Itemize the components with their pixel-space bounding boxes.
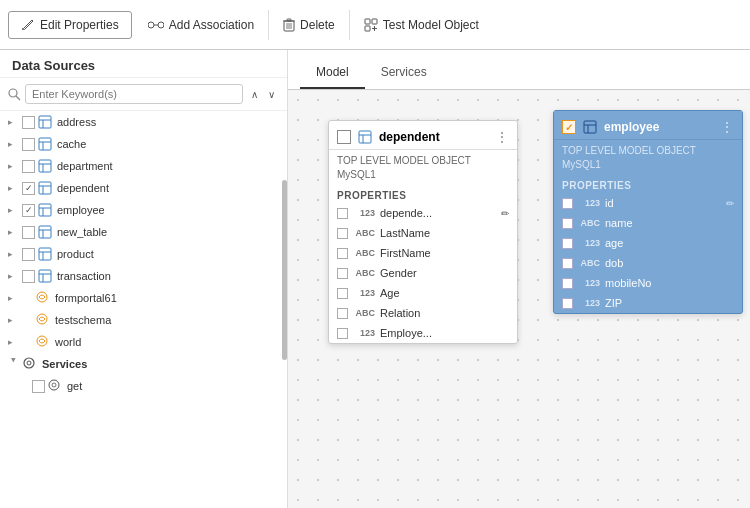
- add-association-label: Add Association: [169, 18, 254, 32]
- tree-arrow-cache[interactable]: ▸: [8, 139, 20, 149]
- prop-checkbox[interactable]: [562, 278, 573, 289]
- edit-properties-label: Edit Properties: [40, 18, 119, 32]
- service-icon-world: [35, 334, 51, 350]
- card-checkbox-employee[interactable]: [562, 120, 576, 134]
- svg-rect-34: [39, 248, 51, 260]
- tree-item-address[interactable]: ▸ address: [0, 111, 287, 133]
- tree-checkbox-get[interactable]: [32, 380, 45, 393]
- tree-item-get[interactable]: get: [0, 375, 287, 397]
- canvas: dependent ⋮ TOP LEVEL MODEL OBJECT MySQL…: [288, 90, 750, 508]
- card-menu-dependent[interactable]: ⋮: [495, 129, 509, 145]
- tree-arrow-employee[interactable]: ▸: [8, 205, 20, 215]
- tree-arrow-address[interactable]: ▸: [8, 117, 20, 127]
- search-up-button[interactable]: ∧: [247, 87, 262, 102]
- tree-checkbox-dependent[interactable]: ✓: [22, 182, 35, 195]
- tree-arrow-department[interactable]: ▸: [8, 161, 20, 171]
- prop-row: 123 age: [554, 233, 742, 253]
- prop-checkbox[interactable]: [337, 248, 348, 259]
- edit-properties-button[interactable]: Edit Properties: [8, 11, 132, 39]
- table-icon-employee: [37, 202, 53, 218]
- svg-rect-5: [287, 19, 291, 21]
- tree-arrow-dependent[interactable]: ▸: [8, 183, 20, 193]
- svg-rect-25: [39, 182, 51, 194]
- prop-checkbox[interactable]: [337, 268, 348, 279]
- model-card-employee: employee ⋮ TOP LEVEL MODEL OBJECT MySQL1…: [553, 110, 743, 314]
- tree-checkbox-employee[interactable]: ✓: [22, 204, 35, 217]
- prop-checkbox[interactable]: [562, 198, 573, 209]
- prop-checkbox[interactable]: [337, 228, 348, 239]
- search-down-button[interactable]: ∨: [264, 87, 279, 102]
- association-icon: [148, 18, 164, 32]
- tree-label-cache: cache: [57, 138, 86, 150]
- svg-rect-31: [39, 226, 51, 238]
- tree-item-transaction[interactable]: ▸ transaction: [0, 265, 287, 287]
- tree-checkbox-cache[interactable]: [22, 138, 35, 151]
- tree-checkbox-transaction[interactable]: [22, 270, 35, 283]
- delete-label: Delete: [300, 18, 335, 32]
- tree-checkbox-department[interactable]: [22, 160, 35, 173]
- tree-arrow-formportal61[interactable]: ▸: [8, 293, 20, 303]
- tree-checkbox-new-table[interactable]: [22, 226, 35, 239]
- card-checkbox-dependent[interactable]: [337, 130, 351, 144]
- prop-checkbox[interactable]: [562, 298, 573, 309]
- prop-checkbox[interactable]: [337, 208, 348, 219]
- tree-arrow-testschema[interactable]: ▸: [8, 315, 20, 325]
- prop-row: 123 Age: [329, 283, 517, 303]
- search-bar: ∧ ∨: [0, 78, 287, 111]
- svg-rect-47: [359, 131, 371, 143]
- prop-row: 123 id ✏: [554, 193, 742, 213]
- pencil-icon: [21, 18, 35, 32]
- tree-label-testschema: testschema: [55, 314, 111, 326]
- svg-rect-16: [39, 116, 51, 128]
- services-section-icon: [22, 356, 38, 372]
- tree-item-cache[interactable]: ▸ cache: [0, 133, 287, 155]
- test-model-button[interactable]: Test Model Object: [352, 12, 491, 38]
- tree-arrow-transaction[interactable]: ▸: [8, 271, 20, 281]
- test-model-label: Test Model Object: [383, 18, 479, 32]
- tree-arrow-services[interactable]: ▸: [9, 358, 19, 370]
- tab-model[interactable]: Model: [300, 57, 365, 89]
- tree-arrow-world[interactable]: ▸: [8, 337, 20, 347]
- content-tabs: Model Services: [288, 50, 750, 90]
- svg-point-0: [148, 22, 154, 28]
- tree-item-services-section[interactable]: ▸ Services: [0, 353, 287, 375]
- prop-row: ABC Gender: [329, 263, 517, 283]
- tree-item-product[interactable]: ▸ product: [0, 243, 287, 265]
- prop-checkbox[interactable]: [337, 328, 348, 339]
- tree-arrow-new-table[interactable]: ▸: [8, 227, 20, 237]
- search-icon: [8, 88, 21, 101]
- sidebar-title: Data Sources: [0, 50, 287, 78]
- tree-checkbox-address[interactable]: [22, 116, 35, 129]
- tree-item-world[interactable]: ▸ world: [0, 331, 287, 353]
- search-controls: ∧ ∨: [247, 87, 279, 102]
- prop-checkbox[interactable]: [562, 218, 573, 229]
- card-meta-dependent: TOP LEVEL MODEL OBJECT MySQL1: [329, 150, 517, 186]
- tree-item-formportal61[interactable]: ▸ formportal61: [0, 287, 287, 309]
- table-icon-cache: [37, 136, 53, 152]
- delete-button[interactable]: Delete: [271, 12, 347, 38]
- tree-item-new-table[interactable]: ▸ new_table: [0, 221, 287, 243]
- prop-checkbox[interactable]: [562, 258, 573, 269]
- tree-label-formportal61: formportal61: [55, 292, 117, 304]
- tree-arrow-product[interactable]: ▸: [8, 249, 20, 259]
- tree-item-dependent[interactable]: ▸ ✓ dependent: [0, 177, 287, 199]
- card-props-label-dependent: PROPERTIES: [329, 186, 517, 203]
- add-association-button[interactable]: Add Association: [136, 12, 266, 38]
- prop-checkbox[interactable]: [337, 288, 348, 299]
- search-input[interactable]: [25, 84, 243, 104]
- tree-item-employee[interactable]: ▸ ✓ employee: [0, 199, 287, 221]
- tab-services[interactable]: Services: [365, 57, 443, 89]
- prop-checkbox[interactable]: [337, 308, 348, 319]
- tree-item-testschema[interactable]: ▸ testschema: [0, 309, 287, 331]
- card-menu-employee[interactable]: ⋮: [720, 119, 734, 135]
- card-table-icon-dependent: [357, 129, 373, 145]
- divider2: [349, 10, 350, 40]
- tree-item-department[interactable]: ▸ department: [0, 155, 287, 177]
- prop-row: 123 ZIP: [554, 293, 742, 313]
- tree-label-address: address: [57, 116, 96, 128]
- card-title-dependent: dependent: [379, 130, 489, 144]
- prop-checkbox[interactable]: [562, 238, 573, 249]
- prop-row: ABC dob: [554, 253, 742, 273]
- sidebar-scrollbar[interactable]: [282, 180, 287, 360]
- tree-checkbox-product[interactable]: [22, 248, 35, 261]
